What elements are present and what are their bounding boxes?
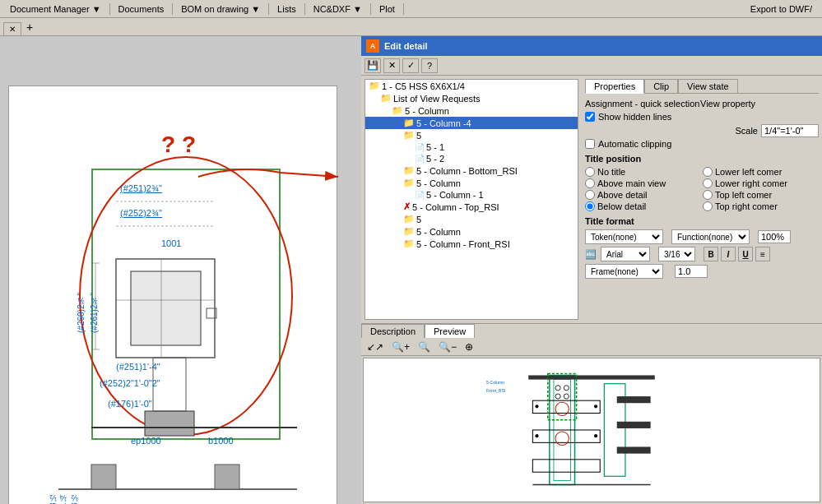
scale-input[interactable]	[761, 124, 819, 137]
format-spacing-input[interactable]	[675, 265, 708, 278]
radio-lower-left-input[interactable]	[703, 167, 713, 177]
format-font-select[interactable]: Arial	[601, 247, 650, 261]
format-bold-btn[interactable]: B	[704, 247, 718, 261]
svg-text:5-Column: 5-Column	[486, 380, 504, 385]
tree-item-1[interactable]: 📁 5 - Column	[365, 104, 578, 117]
radio-top-left: Top left comer	[703, 190, 819, 200]
radio-above-detail-input[interactable]	[585, 190, 595, 200]
format-italic-btn[interactable]: I	[721, 247, 736, 261]
auto-clipping-row: Automatic clipping	[585, 139, 819, 149]
radio-top-right-input[interactable]	[703, 201, 713, 211]
preview-zoom-in-btn[interactable]: 🔍+	[389, 340, 412, 354]
view-property-label: View property	[700, 99, 819, 109]
menu-sep-5	[370, 3, 371, 15]
radio-lower-left-label: Lower left comer	[715, 167, 782, 177]
toolbar-help-btn[interactable]: ?	[421, 58, 438, 73]
drawing-lines-svg	[9, 86, 337, 504]
show-hidden-checkbox[interactable]	[585, 112, 595, 122]
tree-item-0[interactable]: 📁 List of View Requests	[365, 92, 578, 104]
format-percent-input[interactable]	[758, 230, 791, 243]
tree-item-12[interactable]: 📁 5 - Column - Front_RSI	[365, 238, 578, 250]
toolbar-close-btn[interactable]: ✕	[383, 58, 400, 73]
menu-export[interactable]: Export to DWF/	[744, 2, 819, 16]
label-260-vertical: (#260)2¾"	[77, 267, 86, 333]
svg-point-26	[594, 434, 597, 437]
main-area: ? ?	[0, 36, 822, 504]
menu-ncdxf[interactable]: NC&DXF ▼	[307, 2, 369, 16]
tree-item-6[interactable]: 📁 5 - Column - Bottom_RSI	[365, 164, 578, 177]
auto-clipping-label: Automatic clipping	[598, 139, 671, 149]
format-more-btn[interactable]: ≡	[755, 247, 770, 261]
menu-lists[interactable]: Lists	[271, 2, 303, 16]
tree-x-icon: ✗	[403, 201, 411, 212]
show-hidden-row: Show hidden lines	[585, 112, 819, 122]
scale-row: Scale	[585, 124, 819, 137]
menu-sep-1	[109, 3, 110, 15]
radio-no-title-input[interactable]	[585, 167, 595, 177]
menu-plot[interactable]: Plot	[373, 2, 402, 16]
tree-folder-icon-2: 📁	[403, 118, 415, 128]
tree-label-11: 5 - Column	[416, 227, 461, 237]
format-underline-btn[interactable]: U	[738, 247, 753, 261]
preview-zoom-btn[interactable]: 🔍	[416, 340, 433, 354]
radio-lower-right-input[interactable]	[703, 178, 713, 188]
menu-bom[interactable]: BOM on drawing ▼	[174, 2, 267, 16]
toolbar-confirm-btn[interactable]: ✓	[402, 58, 419, 73]
format-size-select[interactable]: 3/16"	[658, 247, 695, 261]
scale-label: Scale	[735, 126, 758, 136]
preview-zoom-area-btn[interactable]: ⊕	[462, 340, 476, 354]
label-251-bottom: (#251)1'-4"	[116, 362, 160, 372]
edit-detail-panel: A Edit detail 💾 ✕ ✓ ? 📁 1 - C5 HSS 6X6X1…	[361, 36, 822, 504]
menu-doc-manager[interactable]: Document Manager ▼	[3, 2, 108, 16]
tab-properties[interactable]: Properties	[585, 79, 644, 94]
format-frame-select[interactable]: Frame(none)	[585, 264, 663, 279]
preview-toolbar: ↙↗ 🔍+ 🔍 🔍− ⊕	[361, 338, 822, 356]
radio-above-main-input[interactable]	[585, 178, 595, 188]
radio-top-left-input[interactable]	[703, 190, 713, 200]
tree-item-8[interactable]: 📄 5 - Column - 1	[365, 189, 578, 201]
menu-bar: Document Manager ▼ Documents BOM on draw…	[0, 0, 822, 18]
tree-item-5[interactable]: 📄 5 - 2	[365, 153, 578, 164]
tree-item-9[interactable]: ✗ 5 - Column - Top_RSI	[365, 201, 578, 213]
radio-below-detail: Below detail	[585, 201, 701, 211]
tree-folder-icon-0: 📁	[380, 93, 392, 104]
tree-item-2[interactable]: 📁 5 - Column -4	[365, 117, 578, 129]
radio-above-main: Above main view	[585, 178, 701, 188]
menu-documents[interactable]: Documents	[112, 2, 171, 16]
radio-above-detail-label: Above detail	[597, 190, 648, 200]
format-token-select[interactable]: Token(none)	[585, 229, 663, 244]
radio-top-right: Top right comer	[703, 201, 819, 211]
tree-item-10[interactable]: 📁 5	[365, 213, 578, 225]
format-row-3: Frame(none)	[585, 264, 819, 279]
format-function-select[interactable]: Function(none)	[671, 229, 750, 244]
tab-add-btn[interactable]: +	[21, 19, 38, 35]
tree-label-0: List of View Requests	[393, 94, 481, 104]
toolbar-save-btn[interactable]: 💾	[365, 58, 381, 73]
tree-item-11[interactable]: 📁 5 - Column	[365, 225, 578, 238]
dialog-title-bar: A Edit detail	[361, 36, 822, 56]
svg-rect-2	[131, 271, 201, 345]
preview-zoom-out-btn[interactable]: 🔍−	[436, 340, 459, 354]
svg-point-23	[535, 405, 538, 408]
tree-root[interactable]: 📁 1 - C5 HSS 6X6X1/4	[365, 80, 578, 92]
tree-root-label: 1 - C5 HSS 6X6X1/4	[382, 81, 465, 91]
drawing-canvas: ? ?	[0, 36, 361, 504]
tab-view-state[interactable]: View state	[678, 79, 738, 93]
format-row-1: Token(none) Function(none)	[585, 229, 819, 244]
tree-label-4: 5 - 1	[426, 142, 444, 152]
auto-clipping-checkbox[interactable]	[585, 139, 595, 149]
label-252: (#252)2¾"	[120, 208, 162, 218]
label-251-top: (#251)2¾"	[120, 183, 162, 193]
radio-below-detail-input[interactable]	[585, 201, 595, 211]
tab-clip[interactable]: Clip	[644, 79, 678, 93]
label-bottom-vertical-1: 0"7	[35, 471, 44, 504]
tab-description[interactable]: Description	[361, 324, 425, 338]
tab-preview[interactable]: Preview	[425, 324, 475, 338]
tree-item-7[interactable]: 📁 5 - Column	[365, 177, 578, 189]
preview-fit-btn[interactable]: ↙↗	[365, 340, 386, 354]
tab-close-btn[interactable]: ✕	[3, 22, 21, 35]
bottom-tab-strip: Description Preview	[361, 324, 822, 338]
tree-item-3[interactable]: 📁 5	[365, 129, 578, 141]
tree-panel: 📁 1 - C5 HSS 6X6X1/4 📁 List of View Requ…	[365, 79, 578, 320]
tree-item-4[interactable]: 📄 5 - 1	[365, 141, 578, 153]
